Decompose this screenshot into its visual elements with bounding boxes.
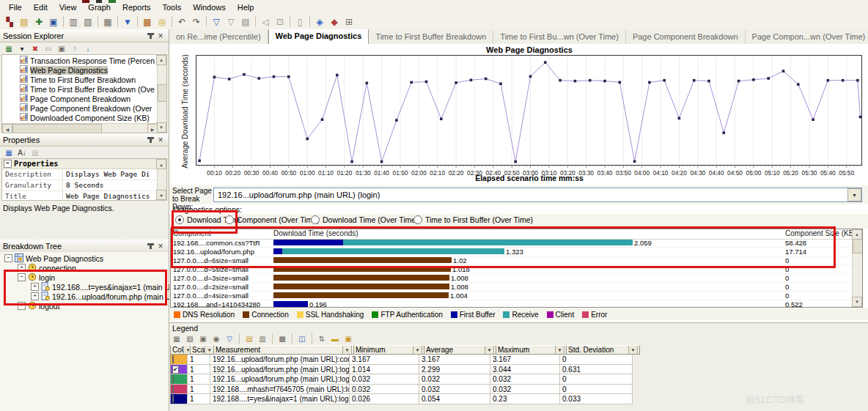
breakdown-tree-node[interactable]: +logout <box>0 301 169 311</box>
property-pages-icon[interactable]: ▤ <box>29 148 41 158</box>
scroll-right-icon[interactable] <box>147 124 158 133</box>
show-all-measurements-icon[interactable]: ▦ <box>171 334 183 344</box>
measurement-checkbox[interactable] <box>172 375 174 383</box>
breakdown-tree-node[interactable]: +192.16...upload/forum.php (main URL) <box>0 292 169 301</box>
legend-column-header-sca[interactable]: Sca <box>191 345 214 355</box>
duplicate-item-icon[interactable]: ▣ <box>56 44 67 54</box>
measurement-checkbox[interactable] <box>172 366 179 374</box>
scroll-up-icon[interactable] <box>156 159 166 169</box>
tab-page-compon-wn-over-time-[interactable]: Page Compon...wn (Over Time) <box>746 30 868 44</box>
chevron-down-icon[interactable] <box>847 188 861 201</box>
move-up-icon[interactable]: ↑ <box>69 44 81 54</box>
close-icon[interactable] <box>155 241 166 251</box>
drill-down-icon[interactable]: ◈ <box>312 15 327 28</box>
expander-icon[interactable]: + <box>31 292 39 300</box>
radio-button-icon[interactable] <box>413 215 422 224</box>
component-row[interactable]: 127.0.0....d=2size=small1.0080 <box>171 283 853 292</box>
cross-result-icon[interactable]: ◆ <box>327 15 342 28</box>
radio-button-icon[interactable] <box>225 215 234 224</box>
measurement-options-icon[interactable]: ▥ <box>257 334 268 344</box>
component-row[interactable]: 127.0.0....d=6size=small1.020 <box>171 256 853 265</box>
print-icon[interactable]: ▤ <box>238 15 253 28</box>
open-session-icon[interactable]: ▤ <box>17 15 32 28</box>
alphabetical-sort-icon[interactable]: A↓ <box>16 148 28 158</box>
tab-time-to-first-buffer-breakdown[interactable]: Time to First Buffer Breakdown <box>369 30 493 44</box>
new-item-icon[interactable]: ▦ <box>3 44 15 54</box>
save-session-icon[interactable]: ▣ <box>46 15 61 28</box>
redo-icon[interactable]: ↷ <box>189 15 204 28</box>
scroll-down-icon[interactable] <box>156 190 166 200</box>
session-explorer-item[interactable]: Page Component Breakdown (Over <box>2 103 157 113</box>
filter-icon[interactable]: ▼ <box>120 15 135 28</box>
menu-reports[interactable]: Reports <box>117 1 157 13</box>
menu-help[interactable]: Help <box>232 1 260 13</box>
legend-column-header-measurement[interactable]: Measurement <box>214 345 354 355</box>
filter-legend-icon[interactable]: ▽ <box>224 334 235 344</box>
menu-view[interactable]: View <box>54 1 83 13</box>
scroll-up-icon[interactable] <box>156 55 166 65</box>
expander-icon[interactable]: + <box>18 264 26 272</box>
legend-row[interactable]: 1192.168....mhash=f7645705 (main URL):lo… <box>171 385 617 395</box>
save-legend-template-icon[interactable]: ▣ <box>342 334 354 344</box>
delete-item-icon[interactable]: ✖ <box>29 44 41 54</box>
add-graph-icon[interactable]: ✚ <box>32 15 46 28</box>
column-filter-dropdown-icon[interactable] <box>205 345 214 355</box>
component-row[interactable]: 192.16...upload/forum.php1.32317.714 <box>171 248 853 256</box>
apply-filter-icon[interactable]: ▽ <box>209 15 224 28</box>
measurement-checkbox[interactable] <box>172 385 174 393</box>
expander-icon[interactable]: − <box>4 254 12 262</box>
tab-on-re-ime-percentile-[interactable]: on Re...ime (Percentile) <box>169 30 268 44</box>
legend-column-header-maximum[interactable]: Maximum <box>496 345 567 355</box>
close-icon[interactable] <box>155 31 166 40</box>
session-explorer-item[interactable]: Time to First Buffer Breakdown <box>2 75 157 84</box>
legend-row[interactable]: 1192.16...upload/forum.php (main URL):lo… <box>171 374 617 385</box>
pin-icon[interactable] <box>145 135 155 144</box>
component-row[interactable]: 127.0.0....d=3size=small1.0080 <box>171 274 853 283</box>
measurement-color-cell[interactable] <box>171 365 188 375</box>
tab-page-component-breakdown[interactable]: Page Component Breakdown <box>626 30 746 44</box>
legend-row[interactable]: 1192.16...upload/forum.php (main URL):lo… <box>171 365 617 375</box>
configure-measurement-icon[interactable]: ▤ <box>243 334 255 344</box>
categorized-icon[interactable]: ▦ <box>3 148 15 158</box>
measurement-color-cell[interactable] <box>171 355 188 365</box>
legend-column-header-std-deviation[interactable]: Std. Deviation <box>567 345 640 355</box>
component-row[interactable]: 192.168....common.css?TtR2.05958.428 <box>171 239 853 248</box>
measurement-checkbox[interactable] <box>172 355 174 363</box>
pin-icon[interactable] <box>145 241 155 251</box>
legend-row[interactable]: 1192.16...upload/forum.php (main URL):co… <box>171 355 617 365</box>
duplicate-measurement-icon[interactable]: ▩ <box>276 334 288 344</box>
rename-item-icon[interactable]: ▭ <box>43 44 54 54</box>
menu-file[interactable]: File <box>3 1 28 13</box>
scroll-down-icon[interactable] <box>156 122 166 133</box>
breakdown-tree-node[interactable]: +192.168....t=yes&inajax=1 (main URL) <box>0 282 169 292</box>
column-filter-dropdown-icon[interactable] <box>183 345 191 355</box>
zoom-icon[interactable]: ◎ <box>155 15 169 28</box>
properties-grid-scrollbar[interactable] <box>157 159 166 200</box>
component-row[interactable]: 127.0.0....d=5size=small1.0180 <box>171 265 853 274</box>
column-filter-dropdown-icon[interactable] <box>485 345 494 355</box>
measurement-color-icon[interactable]: ▬ <box>329 334 341 344</box>
radio-button-icon[interactable] <box>311 215 320 224</box>
measurement-checkbox[interactable] <box>172 395 174 403</box>
measurement-color-cell[interactable] <box>171 394 188 404</box>
column-filter-dropdown-icon[interactable] <box>628 345 638 355</box>
hide-all-measurements-icon[interactable]: ▧ <box>184 334 196 344</box>
breakdown-tree-node[interactable]: −Web Page Diagnostics <box>0 253 169 263</box>
new-item-dropdown-icon[interactable]: ▾ <box>16 44 28 54</box>
scroll-up-icon[interactable] <box>852 229 862 240</box>
collapse-icon[interactable] <box>4 160 12 168</box>
property-row[interactable]: DescriptionDisplays Web Page Di <box>2 169 158 180</box>
properties-group-row[interactable]: Properties <box>2 159 166 169</box>
component-table-scrollbar[interactable] <box>852 229 862 307</box>
session-explorer-item[interactable]: Web Page Diagnostics <box>2 65 157 75</box>
export-data-icon[interactable]: ⊞ <box>342 15 356 28</box>
scroll-down-icon[interactable] <box>852 297 862 307</box>
scroll-left-icon[interactable] <box>2 124 12 133</box>
analysis-summary-icon[interactable]: ▚ <box>2 15 17 28</box>
session-explorer-item[interactable]: Transaction Response Time (Percen <box>2 56 157 65</box>
restore-defaults-icon[interactable]: ◁ <box>258 15 273 28</box>
pin-icon[interactable] <box>145 31 155 40</box>
show-selected-icon[interactable]: ▣ <box>197 334 209 344</box>
column-filter-dropdown-icon[interactable] <box>342 345 352 355</box>
close-icon[interactable] <box>155 135 166 144</box>
